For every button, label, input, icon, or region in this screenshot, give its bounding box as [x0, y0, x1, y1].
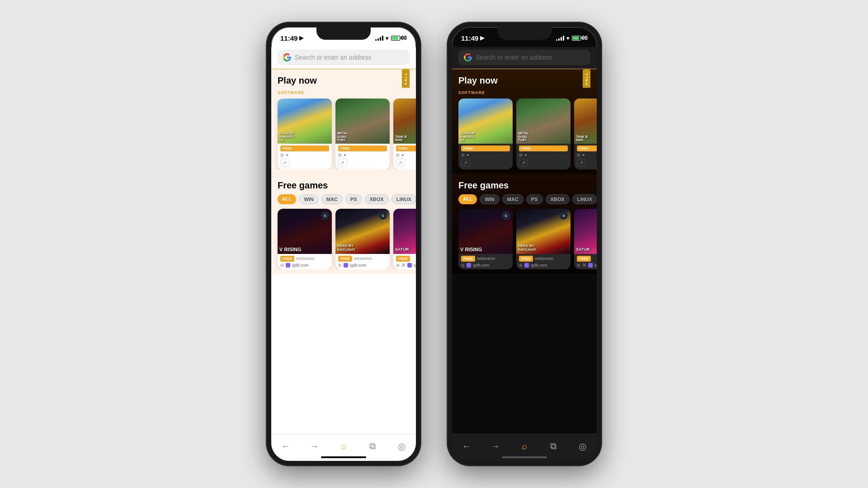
dot-icon: ● — [286, 153, 288, 157]
play-card-tank-light[interactable]: TANK BWAR FREE ⊞ ● ↗ — [393, 99, 416, 169]
filter-linux-dark[interactable]: LINUX — [572, 194, 597, 204]
dead-url-dark: igdb.com — [531, 263, 547, 267]
play-card-tank-dark[interactable]: TANK BWAR FREE ⊞ ● ↗ — [574, 99, 597, 169]
nav-forward-light[interactable]: → — [307, 438, 323, 455]
saturn-bottom-dark: FREE ⊞ ⌘ igdb.com — [574, 254, 597, 269]
nav-back-dark[interactable]: ← — [458, 438, 475, 455]
metal-badge-light: FREE — [338, 145, 387, 151]
home-indicator-light — [321, 456, 366, 458]
dot-icon-d3: ● — [582, 153, 585, 157]
play-card-clicker-dark[interactable]: CLICKERKNIGHTSVS FREE ⊞ ● ↗ — [458, 99, 513, 169]
address-bar-dark[interactable]: Search or enter an address — [452, 47, 597, 69]
nav-back-light[interactable]: ← — [278, 438, 294, 455]
nav-tabs-light[interactable]: ⧉ — [364, 438, 381, 455]
windows-icon-2: ⊞ — [338, 153, 342, 157]
filter-linux-light[interactable]: LINUX — [392, 194, 416, 204]
dead-weekend-dark: WEEKEND — [535, 257, 553, 261]
free-card-saturn-dark[interactable]: SATUR FREE ⊞ ⌘ — [574, 209, 597, 269]
dead-logo-light: DEAD BYDAYLIGHT — [337, 244, 355, 252]
saturn-url-dark: igdb.com — [594, 263, 597, 267]
vrising-weekend-light: WEEKEND — [296, 257, 314, 261]
filter-tabs-light: ALL WIN MAC PS XBOX LINUX — [271, 194, 416, 209]
saturn-logo-light: SATUR — [395, 248, 409, 252]
free-card-dead-light[interactable]: DEAD BYDAYLIGHT S FREE WEEKEND ⊞ — [335, 209, 390, 269]
nav-menu-light[interactable]: ◎ — [393, 438, 410, 455]
clicker-logo-light: CLICKERKNIGHTSVS — [279, 131, 294, 142]
vrising-bottom-light: FREE WEEKEND ⊞ igdb.com — [278, 254, 332, 269]
filter-mac-light[interactable]: MAC — [321, 194, 343, 204]
clicker-platforms-light: ⊞ ● — [280, 153, 329, 157]
filter-win-dark[interactable]: WIN — [480, 194, 499, 204]
windows-icon-3: ⊞ — [396, 153, 400, 157]
play-card-clicker-light[interactable]: CLICKERKNIGHTSVS FREE ⊞ ● ↗ — [278, 99, 332, 169]
free-card-vrising-dark[interactable]: V Rising S FREE WEEKEND ⊞ — [458, 209, 513, 269]
saturn-win-icon: ⊞ — [396, 263, 400, 267]
vrising-url-dark: igdb.com — [473, 263, 490, 267]
filter-ps-light[interactable]: PS — [345, 194, 362, 204]
battery-text: 98 — [401, 35, 407, 41]
filter-win-light[interactable]: WIN — [299, 194, 318, 204]
nav-search-light[interactable]: ⌕ — [335, 438, 352, 455]
address-input-light[interactable]: Search or enter an address — [278, 50, 410, 65]
play-now-header-light: Play now — [271, 69, 416, 89]
play-card-metal-dark[interactable]: METALGUNSFURY FREE ⊞ ● ↗ — [516, 99, 571, 169]
saturn-bottom-light: FREE ⊞ ⌘ igdb.com — [393, 254, 416, 269]
play-now-subtitle-light: SOFTWARE — [271, 89, 416, 95]
filter-mac-dark[interactable]: MAC — [502, 194, 524, 204]
filter-all-dark[interactable]: ALL — [458, 194, 477, 204]
address-bar-light[interactable]: Search or enter an address — [271, 47, 416, 69]
open-btn-metal-dark[interactable]: ↗ — [519, 159, 528, 167]
tank-logo-light: TANK BWAR — [395, 135, 407, 142]
clicker-bottom-dark: FREE ⊞ ● ↗ — [458, 144, 513, 169]
location-icon-dark: ▶ — [480, 35, 484, 41]
open-btn-clicker-dark[interactable]: ↗ — [461, 159, 470, 167]
dead-favicon-dark — [524, 263, 529, 267]
nav-tabs-dark[interactable]: ⧉ — [545, 438, 561, 455]
screen-dark: Search or enter an address HALL Play now… — [452, 47, 597, 461]
nav-menu-dark[interactable]: ◎ — [574, 438, 590, 455]
tank-platforms-dark: ⊞ ● — [577, 153, 597, 157]
filter-xbox-light[interactable]: XBOX — [365, 194, 389, 204]
vrising-free-badge-light: FREE — [280, 256, 294, 262]
filter-ps-dark[interactable]: PS — [526, 194, 543, 204]
filter-tabs-dark: ALL WIN MAC PS XBOX LINUX — [452, 194, 597, 209]
saturn-free-badge-dark: FREE — [577, 256, 591, 262]
status-time-dark: 11:49 ▶ — [461, 34, 484, 42]
free-games-header-light: Free games — [271, 174, 416, 194]
dead-free-badge-dark: FREE — [519, 256, 533, 262]
filter-xbox-dark[interactable]: XBOX — [546, 194, 570, 204]
dot-icon-d2: ● — [524, 153, 527, 157]
dead-image-light: DEAD BYDAYLIGHT S — [335, 209, 390, 254]
free-card-dead-dark[interactable]: DEAD BYDAYLIGHT S FREE WEEKEND ⊞ — [516, 209, 571, 269]
play-card-metal-light[interactable]: METALGUNSFURY FREE ⊞ ● ↗ — [335, 99, 390, 169]
metal-bottom-light: FREE ⊞ ● ↗ — [335, 144, 390, 169]
open-btn-metal-light[interactable]: ↗ — [338, 159, 347, 167]
open-btn-tank-light[interactable]: ↗ — [396, 159, 405, 167]
location-icon: ▶ — [299, 35, 303, 41]
nav-forward-dark[interactable]: → — [487, 438, 504, 455]
vrising-bottom-dark: FREE WEEKEND ⊞ igdb.com — [458, 254, 513, 269]
scroll-content-light: HALL Play now SOFTWARE CLICKERKNIGHTSVS … — [271, 69, 416, 434]
saturn-mac-icon-dark: ⌘ — [582, 263, 586, 267]
free-card-vrising-light[interactable]: V Rising S FREE WEEKEND ⊞ — [278, 209, 332, 269]
play-now-cards-dark: CLICKERKNIGHTSVS FREE ⊞ ● ↗ — [452, 99, 597, 169]
nav-search-dark[interactable]: ⌕ — [516, 438, 533, 455]
status-time-light: 11:49 ▶ — [280, 34, 303, 42]
wifi-icon: ▾ — [386, 35, 389, 42]
windows-icon-d2: ⊞ — [519, 153, 523, 157]
vrising-favicon-light — [286, 263, 290, 267]
signal-icon-dark — [556, 35, 564, 41]
home-indicator-dark — [502, 456, 547, 458]
forward-icon-dark: → — [491, 441, 500, 451]
time-text: 11:49 — [280, 34, 297, 42]
free-games-section-dark: Free games ALL WIN MAC PS XBOX LINUX V R… — [452, 174, 597, 274]
address-input-dark[interactable]: Search or enter an address — [458, 50, 590, 65]
play-now-section-light: HALL Play now SOFTWARE CLICKERKNIGHTSVS … — [271, 69, 416, 174]
vrising-free-badge-dark: FREE — [461, 256, 475, 262]
filter-all-light[interactable]: ALL — [278, 194, 296, 204]
free-card-saturn-light[interactable]: SATUR FREE ⊞ ⌘ — [393, 209, 416, 269]
open-btn-clicker-light[interactable]: ↗ — [280, 159, 289, 167]
windows-icon-d3: ⊞ — [577, 153, 580, 157]
open-btn-tank-dark[interactable]: ↗ — [577, 159, 586, 167]
dead-win-icon-dark: ⊞ — [519, 263, 523, 267]
